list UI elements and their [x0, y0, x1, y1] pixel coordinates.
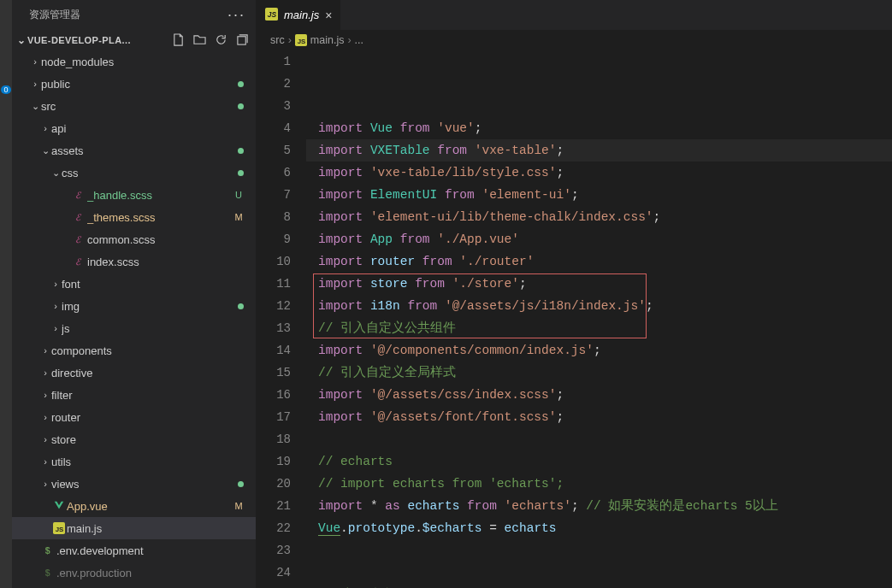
chevron-right-icon: ›: [288, 34, 292, 46]
editor-area: JS main.js × src › JS main.js › ... 1234…: [257, 0, 892, 588]
code-content[interactable]: import Vue from 'vue';import VXETable fr…: [306, 50, 892, 588]
svg-text:ℰ: ℰ: [75, 212, 82, 222]
code-line[interactable]: import Vue from 'vue';: [306, 117, 892, 139]
collapse-all-icon[interactable]: [236, 33, 249, 48]
code-line[interactable]: import '@/components/common/index.js';: [306, 339, 892, 362]
folder-item[interactable]: ›components: [12, 339, 256, 362]
code-line[interactable]: import ElementUI from 'element-ui';: [306, 184, 892, 206]
code-line[interactable]: // echarts: [306, 450, 892, 473]
code-line[interactable]: import 'vxe-table/lib/style.css';: [306, 162, 892, 184]
code-line[interactable]: [306, 539, 892, 562]
file-item[interactable]: ℰcommon.scss: [12, 228, 256, 250]
chevron-right-icon: ›: [50, 301, 62, 311]
chevron-right-icon: ›: [50, 279, 62, 289]
code-line[interactable]: import store from './store';: [306, 273, 892, 295]
tree-item-label: utils: [51, 456, 247, 468]
new-folder-icon[interactable]: [193, 33, 206, 48]
svg-text:JS: JS: [56, 526, 64, 533]
code-line[interactable]: [306, 562, 892, 584]
breadcrumb-seg[interactable]: src: [270, 34, 285, 46]
env-file-icon: $: [41, 567, 56, 579]
tree-item-label: api: [51, 122, 247, 135]
code-area[interactable]: 123456789101112131415161718192021222324 …: [257, 50, 892, 588]
git-status-badge: M: [230, 501, 247, 511]
file-item[interactable]: JSmain.js: [12, 517, 256, 539]
chevron-right-icon: ›: [39, 479, 51, 489]
sidebar-title: 资源管理器: [29, 8, 80, 22]
chevron-right-icon: ›: [39, 412, 51, 422]
code-line[interactable]: import i18n from '@/assets/js/i18n/index…: [306, 295, 892, 317]
code-line[interactable]: Vue.prototype.$echarts = echarts: [306, 517, 892, 539]
folder-item[interactable]: ›img: [12, 295, 256, 317]
code-line[interactable]: import VXETable from 'vxe-table';: [306, 139, 892, 162]
refresh-icon[interactable]: [215, 33, 227, 48]
file-item[interactable]: ℰindex.scss: [12, 250, 256, 273]
explorer-actions: [172, 33, 256, 48]
sidebar: 资源管理器 ··· ⌄ VUE-DEVELOP-PLA... ›node_mod…: [12, 0, 257, 588]
tree-item-label: assets: [51, 144, 247, 157]
folder-item[interactable]: ›store: [12, 428, 256, 450]
tree-item-label: router: [51, 411, 247, 424]
close-icon[interactable]: ×: [325, 9, 332, 22]
code-line[interactable]: import * as echarts from 'echarts'; // 如…: [306, 495, 892, 517]
code-line[interactable]: // import echarts from 'echarts';: [306, 473, 892, 495]
file-item[interactable]: $.env.development: [12, 539, 256, 562]
folder-item[interactable]: ›api: [12, 117, 256, 139]
code-line[interactable]: import router from './router': [306, 250, 892, 273]
svg-text:$: $: [45, 567, 50, 578]
file-item[interactable]: $.env.production: [12, 562, 256, 584]
folder-item[interactable]: ⌄src: [12, 95, 256, 117]
folder-item[interactable]: ›filter: [12, 384, 256, 406]
folder-item[interactable]: ›router: [12, 406, 256, 428]
more-icon[interactable]: ···: [227, 6, 245, 24]
file-item[interactable]: ℰ_handle.scssU: [12, 184, 256, 206]
code-line[interactable]: import 'element-ui/lib/theme-chalk/index…: [306, 206, 892, 228]
file-tree[interactable]: ›node_modules›public⌄src›api⌄assets⌄cssℰ…: [12, 50, 256, 588]
folder-item[interactable]: ›views: [12, 473, 256, 495]
git-status-badge: U: [230, 190, 247, 200]
tree-item-label: css: [62, 167, 247, 179]
tab-main-js[interactable]: JS main.js ×: [257, 0, 341, 30]
svg-text:ℰ: ℰ: [75, 234, 82, 244]
code-line[interactable]: import '@/assets/css/index.scss';: [306, 384, 892, 406]
code-line[interactable]: // 注册过滤器: [306, 584, 892, 588]
chevron-right-icon: ›: [29, 56, 41, 67]
tree-item-label: _themes.scss: [87, 211, 230, 224]
file-item[interactable]: ℰ_themes.scssM: [12, 206, 256, 228]
code-line[interactable]: import App from './App.vue': [306, 228, 892, 250]
scss-file-icon: ℰ: [72, 256, 87, 268]
chevron-down-icon: ⌄: [39, 145, 51, 156]
tree-item-label: font: [62, 278, 247, 291]
folder-item[interactable]: ›js: [12, 317, 256, 339]
folder-item[interactable]: ›font: [12, 273, 256, 295]
folder-item[interactable]: ›directive: [12, 362, 256, 384]
folder-item[interactable]: ⌄assets: [12, 139, 256, 162]
chevron-right-icon: ›: [39, 390, 51, 400]
activity-bar: 0: [0, 0, 12, 588]
tab-bar: JS main.js ×: [257, 0, 892, 30]
svg-text:JS: JS: [268, 10, 277, 19]
breadcrumb-seg[interactable]: main.js: [310, 34, 345, 46]
folder-item[interactable]: ›utils: [12, 450, 256, 473]
code-line[interactable]: [306, 428, 892, 450]
chevron-right-icon: ›: [39, 368, 51, 378]
tab-label: main.js: [284, 9, 319, 21]
chevron-right-icon: ›: [39, 456, 51, 467]
file-item[interactable]: App.vueM: [12, 495, 256, 517]
folder-item[interactable]: ›public: [12, 73, 256, 95]
breadcrumb-seg[interactable]: ...: [355, 34, 363, 46]
folder-item[interactable]: ›node_modules: [12, 50, 256, 73]
project-row[interactable]: ⌄ VUE-DEVELOP-PLA...: [12, 30, 256, 50]
tree-item-label: filter: [51, 389, 247, 402]
scss-file-icon: ℰ: [72, 233, 87, 245]
code-line[interactable]: // 引入自定义全局样式: [306, 362, 892, 384]
code-line[interactable]: // 引入自定义公共组件: [306, 317, 892, 339]
chevron-right-icon: ›: [39, 434, 51, 444]
new-file-icon[interactable]: [172, 33, 185, 48]
folder-item[interactable]: ⌄css: [12, 162, 256, 184]
scss-file-icon: ℰ: [72, 211, 87, 223]
svg-rect-0: [238, 36, 245, 44]
code-line[interactable]: import '@/assets/font/font.scss';: [306, 406, 892, 428]
breadcrumb[interactable]: src › JS main.js › ...: [257, 30, 892, 50]
tree-item-label: img: [62, 300, 247, 313]
